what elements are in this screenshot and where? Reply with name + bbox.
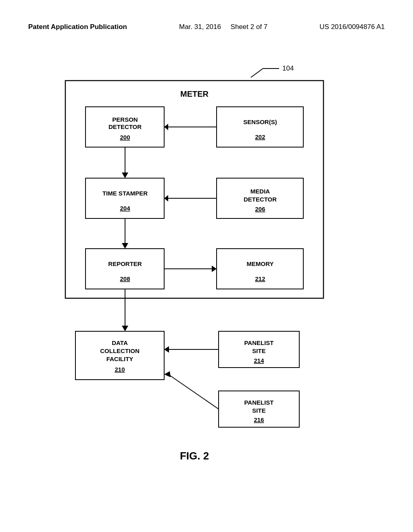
person-detector-label-1: PERSON	[112, 116, 138, 123]
meter-title: METER	[180, 89, 209, 98]
header-left: Patent Application Publication	[28, 22, 127, 32]
header-right: US 2016/0094876 A1	[319, 22, 385, 32]
sensor-to-person-arrowhead	[164, 124, 168, 130]
panelist-site-2-ref: 216	[254, 416, 264, 423]
time-stamper-box	[86, 178, 164, 218]
panelist-site-1-label-2: SITE	[252, 347, 265, 354]
meter-ref-label: 104	[282, 64, 294, 72]
reporter-ref: 208	[120, 275, 130, 282]
time-stamper-label: TIME STAMPER	[102, 190, 148, 197]
media-detector-label-1: MEDIA	[250, 188, 270, 195]
svg-line-0	[251, 69, 263, 77]
figure-caption: FIG. 2	[180, 450, 209, 462]
timestamper-to-reporter-arrowhead	[122, 243, 128, 249]
header: Patent Application Publication Mar. 31, …	[0, 22, 413, 32]
panelist-site-1-ref: 214	[254, 357, 264, 364]
diagram: 104 METER PERSON DETECTOR 200 SENSOR(S) …	[33, 60, 380, 463]
data-collection-label-3: FACILITY	[106, 355, 133, 362]
reporter-to-datacollection-arrowhead	[122, 326, 128, 331]
data-collection-ref: 210	[115, 366, 125, 373]
media-detector-ref: 206	[255, 206, 265, 212]
panelist2-to-datacollection-line	[169, 375, 219, 409]
media-detector-label-2: DETECTOR	[244, 196, 277, 203]
meter-box	[65, 81, 323, 298]
reporter-label: REPORTER	[108, 260, 142, 267]
sensors-box	[217, 107, 303, 147]
sheet-label: Sheet 2 of 7	[231, 23, 268, 31]
memory-label: MEMORY	[247, 260, 274, 267]
sensors-label: SENSOR(S)	[243, 118, 277, 125]
memory-ref: 212	[255, 275, 265, 282]
sensors-ref: 202	[255, 133, 265, 140]
memory-box	[217, 249, 303, 289]
person-to-timestamper-arrowhead	[122, 172, 128, 178]
media-to-timestamper-arrowhead	[164, 195, 168, 202]
publication-label: Patent Application Publication	[28, 23, 127, 31]
panelist2-to-datacollection-arrowhead	[164, 371, 171, 377]
panelist-site-2-label-1: PANELIST	[244, 399, 273, 406]
data-collection-label-2: COLLECTION	[100, 347, 140, 354]
time-stamper-ref: 204	[120, 205, 130, 212]
panelist-site-1-label-1: PANELIST	[244, 339, 273, 346]
panelist-site-2-label-2: SITE	[252, 407, 265, 414]
panelist1-to-datacollection-arrowhead	[164, 346, 169, 353]
data-collection-label-1: DATA	[112, 339, 128, 346]
patent-number: US 2016/0094876 A1	[319, 23, 385, 31]
person-detector-label-2: DETECTOR	[108, 123, 142, 130]
date-label: Mar. 31, 2016	[179, 23, 221, 31]
header-center: Mar. 31, 2016 Sheet 2 of 7	[179, 22, 267, 32]
reporter-box	[86, 249, 164, 289]
person-detector-ref: 200	[120, 134, 130, 141]
page: Patent Application Publication Mar. 31, …	[0, 0, 413, 532]
reporter-to-memory-arrowhead	[212, 266, 217, 272]
